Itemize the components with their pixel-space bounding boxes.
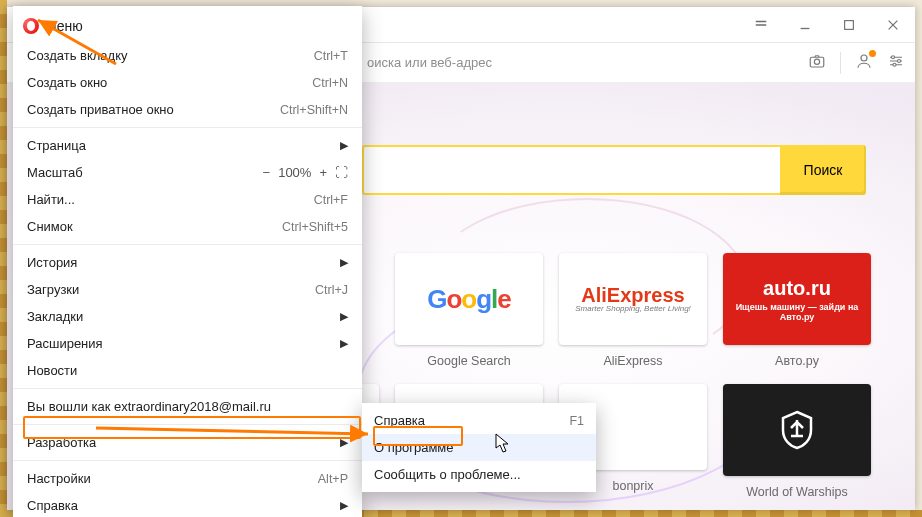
- zoom-value: 100%: [278, 165, 311, 180]
- menu-new-private-window[interactable]: Создать приватное окноCtrl+Shift+N: [13, 96, 362, 123]
- chevron-right-icon: ▶: [340, 310, 348, 323]
- main-menu: Меню Создать вкладкуCtrl+T Создать окноC…: [13, 6, 362, 517]
- search-bar: Поиск: [362, 145, 866, 195]
- svg-point-2: [814, 59, 819, 64]
- svg-rect-0: [845, 20, 854, 29]
- menu-find[interactable]: Найти...Ctrl+F: [13, 186, 362, 213]
- autoru-logo: auto.ru Ищешь машину — зайди на Авто.ру: [723, 253, 871, 345]
- menu-bookmarks[interactable]: Закладки▶: [13, 303, 362, 330]
- wow-logo: [723, 384, 871, 476]
- menu-zoom[interactable]: Масштаб − 100% + ⛶: [13, 159, 362, 186]
- tile-label: AliExpress: [603, 354, 662, 368]
- zoom-in-button[interactable]: +: [319, 165, 327, 180]
- zoom-out-button[interactable]: −: [263, 165, 271, 180]
- menu-snapshot[interactable]: СнимокCtrl+Shift+5: [13, 213, 362, 240]
- chevron-right-icon: ▶: [340, 436, 348, 449]
- maximize-button[interactable]: [827, 7, 871, 43]
- close-window-button[interactable]: [871, 7, 915, 43]
- svg-point-6: [893, 63, 896, 66]
- tile-auto-ru[interactable]: auto.ru Ищешь машину — зайди на Авто.ру …: [723, 253, 871, 368]
- menu-new-tab[interactable]: Создать вкладкуCtrl+T: [13, 42, 362, 69]
- chevron-right-icon: ▶: [340, 256, 348, 269]
- menu-title: Меню: [13, 12, 362, 42]
- titlebar-menu-icon[interactable]: [739, 7, 783, 43]
- submenu-help[interactable]: СправкаF1: [362, 407, 596, 434]
- menu-settings[interactable]: НастройкиAlt+P: [13, 465, 362, 492]
- search-input[interactable]: [362, 145, 780, 195]
- toolbar-divider: [840, 52, 841, 74]
- submenu-about[interactable]: О программе: [362, 434, 596, 461]
- tile-label: bonprix: [613, 479, 654, 493]
- svg-point-5: [898, 59, 901, 62]
- menu-news[interactable]: Новости: [13, 357, 362, 384]
- chevron-right-icon: ▶: [340, 139, 348, 152]
- menu-help[interactable]: Справка▶: [13, 492, 362, 517]
- svg-point-4: [892, 55, 895, 58]
- submenu-report-problem[interactable]: Сообщить о проблеме...: [362, 461, 596, 488]
- address-placeholder: оиска или веб-адрес: [367, 55, 492, 70]
- menu-extensions[interactable]: Расширения▶: [13, 330, 362, 357]
- menu-signed-in-as: Вы вошли как extraordinary2018@mail.ru: [13, 393, 362, 420]
- tile-label: Google Search: [427, 354, 510, 368]
- fullscreen-icon[interactable]: ⛶: [335, 165, 348, 180]
- menu-page[interactable]: Страница▶: [13, 132, 362, 159]
- menu-new-window[interactable]: Создать окноCtrl+N: [13, 69, 362, 96]
- svg-point-3: [861, 55, 867, 61]
- profile-icon[interactable]: [855, 52, 873, 74]
- help-submenu: СправкаF1 О программе Сообщить о проблем…: [362, 403, 596, 492]
- menu-history[interactable]: История▶: [13, 249, 362, 276]
- easy-setup-icon[interactable]: [887, 52, 905, 74]
- camera-icon[interactable]: [808, 52, 826, 74]
- aliexpress-logo: AliExpressSmarter Shopping, Better Livin…: [575, 285, 691, 313]
- cursor-pointer-icon: [495, 433, 513, 455]
- chevron-right-icon: ▶: [340, 499, 348, 512]
- tile-aliexpress[interactable]: AliExpressSmarter Shopping, Better Livin…: [559, 253, 707, 368]
- tile-label: Авто.ру: [775, 354, 819, 368]
- tile-world-of-warships[interactable]: World of Warships: [723, 384, 871, 499]
- menu-downloads[interactable]: ЗагрузкиCtrl+J: [13, 276, 362, 303]
- google-logo: Google: [427, 284, 511, 315]
- tile-google[interactable]: Google Google Search: [395, 253, 543, 368]
- minimize-button[interactable]: [783, 7, 827, 43]
- tile-label: World of Warships: [746, 485, 847, 499]
- wallpaper-left-strip: [0, 0, 7, 517]
- opera-logo-icon: [23, 18, 39, 34]
- chevron-right-icon: ▶: [340, 337, 348, 350]
- menu-developer[interactable]: Разработка▶: [13, 429, 362, 456]
- search-button[interactable]: Поиск: [780, 145, 866, 195]
